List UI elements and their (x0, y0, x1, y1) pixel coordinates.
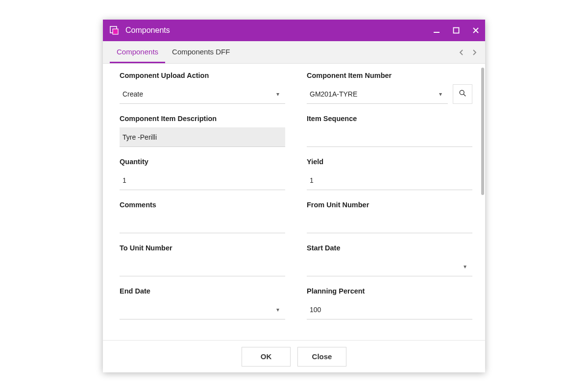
window-controls (432, 26, 480, 35)
input-value: 1 (122, 176, 282, 184)
tab-nav (456, 41, 480, 63)
field-start-date: Start Date ▾ (307, 244, 472, 276)
start-date-select[interactable]: ▾ (307, 257, 472, 276)
planning-percent-input[interactable]: 100 (307, 300, 472, 319)
button-label: OK (261, 352, 272, 361)
app-icon (110, 26, 119, 35)
field-component-item-description: Component Item Description Tyre -Perilli (120, 115, 285, 147)
close-dialog-button[interactable]: Close (297, 347, 346, 367)
search-icon (459, 89, 466, 99)
field-end-date: End Date ▾ (120, 287, 285, 319)
component-upload-action-select[interactable]: Create ▾ (120, 84, 285, 104)
field-label: Yield (307, 158, 472, 166)
input-value: 100 (310, 306, 469, 314)
window: Components Components Components DFF (103, 20, 485, 372)
chevron-down-icon: ▾ (273, 306, 282, 313)
component-item-number-search-button[interactable] (453, 84, 472, 104)
field-comments: Comments (120, 201, 285, 233)
titlebar: Components (103, 20, 485, 41)
svg-rect-3 (454, 28, 459, 33)
yield-input[interactable]: 1 (307, 171, 472, 190)
field-label: Start Date (307, 244, 472, 252)
field-component-upload-action: Component Upload Action Create ▾ (120, 72, 285, 104)
field-yield: Yield 1 (307, 158, 472, 190)
minimize-button[interactable] (432, 26, 441, 35)
field-label: End Date (120, 287, 285, 295)
component-item-number-select[interactable]: GM201A-TYRE ▾ (307, 84, 448, 104)
tab-prev-button[interactable] (456, 47, 467, 58)
field-label: Quantity (120, 158, 285, 166)
button-label: Close (312, 352, 332, 361)
maximize-button[interactable] (452, 26, 461, 35)
quantity-input[interactable]: 1 (120, 171, 285, 190)
select-value: Create (122, 90, 273, 98)
comments-input[interactable] (120, 214, 285, 233)
scrollbar-track[interactable] (481, 66, 485, 338)
input-value: Tyre -Perilli (122, 133, 282, 141)
svg-point-6 (460, 90, 464, 95)
chevron-down-icon: ▾ (461, 263, 469, 270)
field-label: Component Item Number (307, 72, 472, 79)
field-label: Component Upload Action (120, 72, 285, 79)
field-item-sequence: Item Sequence (307, 115, 472, 147)
ok-button[interactable]: OK (242, 347, 291, 367)
svg-rect-1 (113, 29, 118, 34)
tab-next-button[interactable] (468, 47, 480, 58)
tab-label: Components DFF (172, 48, 230, 56)
tabs-row: Components Components DFF (103, 41, 485, 64)
field-quantity: Quantity 1 (120, 158, 285, 190)
field-label: Planning Percent (307, 287, 472, 295)
field-planning-percent: Planning Percent 100 (307, 287, 472, 319)
field-label: From Unit Number (307, 201, 472, 209)
chevron-down-icon: ▾ (273, 91, 282, 98)
form-body: Component Upload Action Create ▾ Compone… (103, 64, 485, 340)
to-unit-number-input[interactable] (120, 257, 285, 276)
field-from-unit-number: From Unit Number (307, 201, 472, 233)
input-value: 1 (310, 176, 469, 184)
tab-components-dff[interactable]: Components DFF (165, 41, 237, 63)
window-title: Components (125, 26, 432, 35)
from-unit-number-input[interactable] (307, 214, 472, 233)
item-sequence-input[interactable] (307, 127, 472, 147)
field-to-unit-number: To Unit Number (120, 244, 285, 276)
tab-components[interactable]: Components (110, 41, 165, 63)
chevron-down-icon: ▾ (436, 91, 445, 98)
field-label: Item Sequence (307, 115, 472, 122)
svg-line-7 (464, 94, 466, 96)
form-scroll[interactable]: Component Upload Action Create ▾ Compone… (103, 64, 485, 340)
field-label: To Unit Number (120, 244, 285, 252)
field-label: Comments (120, 201, 285, 209)
tab-label: Components (117, 48, 158, 56)
end-date-select[interactable]: ▾ (120, 300, 285, 319)
footer: OK Close (103, 340, 485, 372)
select-value: GM201A-TYRE (310, 90, 436, 98)
field-label: Component Item Description (120, 115, 285, 122)
close-button[interactable] (471, 26, 480, 35)
scrollbar-thumb[interactable] (481, 68, 484, 195)
field-component-item-number: Component Item Number GM201A-TYRE ▾ (307, 72, 472, 104)
component-item-description-input: Tyre -Perilli (120, 127, 285, 147)
